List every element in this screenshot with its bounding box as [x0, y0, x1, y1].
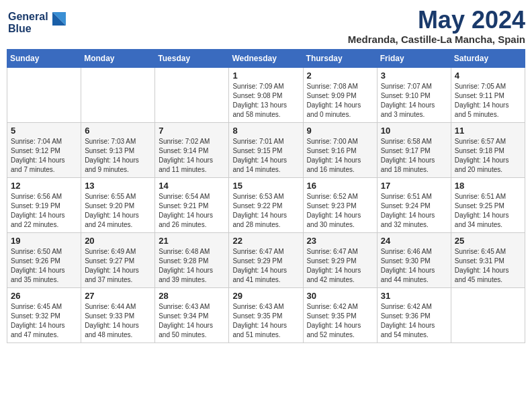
week-row-4: 26Sunrise: 6:45 AM Sunset: 9:32 PM Dayli…	[7, 287, 525, 342]
week-row-3: 19Sunrise: 6:50 AM Sunset: 9:26 PM Dayli…	[7, 232, 525, 287]
day-detail: Sunrise: 6:47 AM Sunset: 9:29 PM Dayligh…	[232, 247, 299, 285]
day-cell: 6Sunrise: 7:03 AM Sunset: 9:13 PM Daylig…	[81, 122, 155, 177]
day-cell: 3Sunrise: 7:07 AM Sunset: 9:10 PM Daylig…	[377, 67, 451, 122]
day-detail: Sunrise: 7:08 AM Sunset: 9:09 PM Dayligh…	[307, 82, 373, 120]
week-row-2: 12Sunrise: 6:56 AM Sunset: 9:19 PM Dayli…	[7, 177, 525, 232]
day-detail: Sunrise: 7:09 AM Sunset: 9:08 PM Dayligh…	[232, 82, 299, 120]
day-cell: 18Sunrise: 6:51 AM Sunset: 9:25 PM Dayli…	[451, 177, 525, 232]
day-cell: 29Sunrise: 6:43 AM Sunset: 9:35 PM Dayli…	[229, 287, 303, 342]
day-number: 16	[307, 181, 373, 191]
day-number: 24	[381, 236, 447, 246]
day-detail: Sunrise: 6:51 AM Sunset: 9:25 PM Dayligh…	[455, 192, 521, 230]
day-detail: Sunrise: 7:01 AM Sunset: 9:15 PM Dayligh…	[232, 137, 299, 175]
calendar-header: SundayMondayTuesdayWednesdayThursdayFrid…	[7, 49, 525, 67]
day-cell: 23Sunrise: 6:47 AM Sunset: 9:29 PM Dayli…	[303, 232, 377, 287]
day-detail: Sunrise: 6:49 AM Sunset: 9:27 PM Dayligh…	[85, 247, 151, 285]
day-number: 22	[232, 236, 299, 246]
day-detail: Sunrise: 7:03 AM Sunset: 9:13 PM Dayligh…	[85, 137, 151, 175]
day-number: 11	[455, 126, 521, 136]
day-detail: Sunrise: 7:04 AM Sunset: 9:12 PM Dayligh…	[11, 137, 77, 175]
day-number: 21	[159, 236, 225, 246]
header-cell-wednesday: Wednesday	[229, 49, 303, 67]
day-cell	[155, 67, 229, 122]
day-cell: 10Sunrise: 6:58 AM Sunset: 9:17 PM Dayli…	[377, 122, 451, 177]
location-title: Medranda, Castille-La Mancha, Spain	[348, 34, 525, 45]
day-cell: 31Sunrise: 6:42 AM Sunset: 9:36 PM Dayli…	[377, 287, 451, 342]
day-detail: Sunrise: 6:43 AM Sunset: 9:35 PM Dayligh…	[232, 302, 299, 340]
header-cell-sunday: Sunday	[7, 49, 81, 67]
day-cell: 24Sunrise: 6:46 AM Sunset: 9:30 PM Dayli…	[377, 232, 451, 287]
day-cell: 9Sunrise: 7:00 AM Sunset: 9:16 PM Daylig…	[303, 122, 377, 177]
day-number: 29	[232, 291, 299, 301]
header-cell-monday: Monday	[81, 49, 155, 67]
day-number: 25	[455, 236, 521, 246]
page-header: General Blue May 2024 Medranda, Castille…	[7, 7, 525, 45]
logo: General Blue	[7, 7, 67, 39]
day-cell	[81, 67, 155, 122]
day-number: 14	[159, 181, 225, 191]
day-number: 15	[232, 181, 299, 191]
week-row-0: 1Sunrise: 7:09 AM Sunset: 9:08 PM Daylig…	[7, 67, 525, 122]
day-cell: 4Sunrise: 7:05 AM Sunset: 9:11 PM Daylig…	[451, 67, 525, 122]
day-number: 27	[85, 291, 151, 301]
svg-text:General: General	[8, 11, 48, 22]
day-cell: 30Sunrise: 6:42 AM Sunset: 9:35 PM Dayli…	[303, 287, 377, 342]
day-cell: 21Sunrise: 6:48 AM Sunset: 9:28 PM Dayli…	[155, 232, 229, 287]
day-cell: 8Sunrise: 7:01 AM Sunset: 9:15 PM Daylig…	[229, 122, 303, 177]
day-cell	[451, 287, 525, 342]
day-number: 26	[11, 291, 77, 301]
day-cell: 16Sunrise: 6:52 AM Sunset: 9:23 PM Dayli…	[303, 177, 377, 232]
day-number: 2	[307, 71, 373, 81]
day-detail: Sunrise: 6:56 AM Sunset: 9:19 PM Dayligh…	[11, 192, 77, 230]
header-cell-friday: Friday	[377, 49, 451, 67]
day-number: 19	[11, 236, 77, 246]
day-number: 17	[381, 181, 447, 191]
day-detail: Sunrise: 6:43 AM Sunset: 9:34 PM Dayligh…	[159, 302, 225, 340]
day-number: 20	[85, 236, 151, 246]
day-detail: Sunrise: 7:07 AM Sunset: 9:10 PM Dayligh…	[381, 82, 447, 120]
day-number: 31	[381, 291, 447, 301]
day-detail: Sunrise: 7:05 AM Sunset: 9:11 PM Dayligh…	[455, 82, 521, 120]
day-cell: 20Sunrise: 6:49 AM Sunset: 9:27 PM Dayli…	[81, 232, 155, 287]
day-number: 4	[455, 71, 521, 81]
day-number: 3	[381, 71, 447, 81]
title-block: May 2024 Medranda, Castille-La Mancha, S…	[348, 7, 525, 45]
day-cell: 15Sunrise: 6:53 AM Sunset: 9:22 PM Dayli…	[229, 177, 303, 232]
calendar-table: SundayMondayTuesdayWednesdayThursdayFrid…	[7, 49, 525, 343]
day-number: 7	[159, 126, 225, 136]
day-number: 18	[455, 181, 521, 191]
svg-text:Blue: Blue	[8, 23, 32, 34]
day-detail: Sunrise: 6:48 AM Sunset: 9:28 PM Dayligh…	[159, 247, 225, 285]
header-row: SundayMondayTuesdayWednesdayThursdayFrid…	[7, 49, 525, 67]
month-title: May 2024	[348, 7, 525, 34]
day-number: 23	[307, 236, 373, 246]
day-number: 6	[85, 126, 151, 136]
day-detail: Sunrise: 6:44 AM Sunset: 9:33 PM Dayligh…	[85, 302, 151, 340]
day-number: 8	[232, 126, 299, 136]
day-cell: 14Sunrise: 6:54 AM Sunset: 9:21 PM Dayli…	[155, 177, 229, 232]
day-detail: Sunrise: 6:45 AM Sunset: 9:31 PM Dayligh…	[455, 247, 521, 285]
day-number: 5	[11, 126, 77, 136]
day-detail: Sunrise: 6:42 AM Sunset: 9:35 PM Dayligh…	[307, 302, 373, 340]
day-detail: Sunrise: 6:46 AM Sunset: 9:30 PM Dayligh…	[381, 247, 447, 285]
header-cell-saturday: Saturday	[451, 49, 525, 67]
day-detail: Sunrise: 6:53 AM Sunset: 9:22 PM Dayligh…	[232, 192, 299, 230]
day-detail: Sunrise: 6:52 AM Sunset: 9:23 PM Dayligh…	[307, 192, 373, 230]
day-number: 12	[11, 181, 77, 191]
day-cell: 27Sunrise: 6:44 AM Sunset: 9:33 PM Dayli…	[81, 287, 155, 342]
day-detail: Sunrise: 7:02 AM Sunset: 9:14 PM Dayligh…	[159, 137, 225, 175]
day-cell	[7, 67, 81, 122]
day-cell: 7Sunrise: 7:02 AM Sunset: 9:14 PM Daylig…	[155, 122, 229, 177]
day-cell: 25Sunrise: 6:45 AM Sunset: 9:31 PM Dayli…	[451, 232, 525, 287]
day-cell: 17Sunrise: 6:51 AM Sunset: 9:24 PM Dayli…	[377, 177, 451, 232]
day-number: 28	[159, 291, 225, 301]
header-cell-thursday: Thursday	[303, 49, 377, 67]
day-cell: 22Sunrise: 6:47 AM Sunset: 9:29 PM Dayli…	[229, 232, 303, 287]
day-detail: Sunrise: 6:58 AM Sunset: 9:17 PM Dayligh…	[381, 137, 447, 175]
day-cell: 26Sunrise: 6:45 AM Sunset: 9:32 PM Dayli…	[7, 287, 81, 342]
day-cell: 19Sunrise: 6:50 AM Sunset: 9:26 PM Dayli…	[7, 232, 81, 287]
day-cell: 13Sunrise: 6:55 AM Sunset: 9:20 PM Dayli…	[81, 177, 155, 232]
day-number: 13	[85, 181, 151, 191]
day-detail: Sunrise: 6:45 AM Sunset: 9:32 PM Dayligh…	[11, 302, 77, 340]
logo-text: General Blue	[7, 7, 67, 39]
